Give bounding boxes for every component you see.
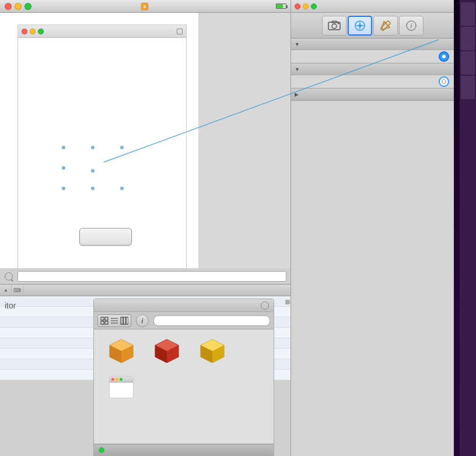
dot-7 [91, 187, 94, 190]
info-button[interactable]: i [136, 314, 149, 327]
ios-close[interactable] [22, 29, 27, 34]
xib-toolbar: i [94, 312, 274, 329]
action-connect-showtext[interactable] [439, 76, 449, 87]
lc-connection-button[interactable] [348, 16, 372, 36]
connect-empty-circle [442, 79, 446, 84]
xib-objects-grid [94, 329, 274, 411]
ib-canvas [0, 13, 198, 281]
svg-rect-9 [121, 317, 123, 324]
list-view-icon [110, 316, 119, 325]
svg-point-27 [337, 22, 339, 24]
xib-object-first-responder[interactable] [146, 336, 187, 368]
ios-titlebar [18, 25, 186, 38]
dot-8 [120, 187, 124, 190]
table-col-arrow: ▲ [0, 285, 12, 296]
lc-toolbar: i [291, 13, 454, 38]
column-icon-svg [120, 317, 128, 325]
sort-arrow-icon: ▲ [4, 287, 8, 293]
lc-maximize-button[interactable] [311, 3, 317, 9]
xib-panel: i [93, 299, 274, 456]
window-title: X [141, 2, 151, 10]
table-header: ▲ ⌨ [0, 285, 291, 296]
cube-red-icon [153, 337, 181, 365]
outlet-connect-maintext[interactable] [439, 51, 449, 62]
files-owner-icon [107, 336, 136, 366]
lc-camera-button[interactable] [322, 16, 346, 36]
dot-3 [120, 146, 124, 149]
table-col-icon: ⌨ [12, 285, 23, 296]
scrollbar-handle[interactable] [285, 300, 290, 304]
itor-label: itor [5, 301, 16, 310]
svg-point-25 [332, 24, 337, 29]
cube-orange-icon [107, 337, 135, 365]
xib-search-field[interactable] [153, 315, 270, 326]
received-actions-header: ▼ [291, 64, 454, 75]
camera-icon [328, 20, 341, 31]
ios-min[interactable] [30, 29, 36, 34]
referencing-outlets-section: ▶ [291, 89, 454, 101]
outlets-header: ▼ [291, 38, 454, 50]
ios-resize-handle[interactable] [177, 29, 183, 34]
xcode-titlebar: X [0, 0, 291, 13]
info-circle-icon: i [405, 20, 417, 31]
svg-rect-5 [105, 321, 108, 324]
column-view-icon [120, 316, 129, 325]
svg-rect-2 [101, 317, 104, 320]
search-input[interactable] [18, 271, 286, 282]
lc-close-button[interactable] [295, 3, 300, 9]
arrow-circle-icon [354, 19, 366, 32]
lc-titlebar [291, 0, 454, 13]
view-mode-button[interactable] [97, 314, 131, 327]
dot-2 [91, 146, 94, 149]
search-icon [5, 272, 13, 280]
search-bar [0, 268, 291, 285]
svg-rect-4 [101, 321, 104, 324]
ios-canvas [18, 38, 186, 280]
battery-indicator [276, 3, 286, 9]
lc-ruler-button[interactable] [373, 16, 398, 36]
sidebar-thumb-2 [461, 27, 475, 50]
cube-yellow-icon [198, 337, 226, 365]
table-col-code [23, 285, 291, 296]
dot-4 [62, 166, 65, 170]
maximize-button[interactable] [24, 3, 32, 10]
xcode-icon: X [141, 2, 149, 10]
minimize-button[interactable] [15, 3, 22, 10]
sidebar-thumb-4 [461, 76, 475, 99]
status-green-dot [99, 447, 104, 453]
lc-traffic-lights [295, 3, 317, 9]
dot-5 [91, 169, 94, 173]
lc-minimize-button[interactable] [303, 3, 309, 9]
traffic-lights [5, 3, 32, 10]
first-responder-icon [152, 336, 181, 366]
referencing-outlets-header: ▶ [291, 89, 454, 100]
dot-6 [62, 187, 65, 190]
xib-titlebar [94, 299, 274, 312]
svg-rect-3 [105, 317, 108, 320]
xib-object-files-owner[interactable] [101, 336, 142, 368]
list-icon-svg [110, 317, 118, 325]
code-icon: ⌨ [13, 287, 21, 293]
svg-point-29 [358, 24, 361, 27]
received-actions-section: ▼ [291, 64, 454, 89]
action-row-showtext[interactable] [291, 75, 454, 88]
xib-object-window[interactable] [101, 373, 142, 404]
outlet-row-maintext[interactable] [291, 50, 454, 63]
outlets-section: ▼ [291, 38, 454, 64]
svg-text:i: i [410, 23, 412, 29]
dot-1 [62, 146, 65, 149]
press-button[interactable] [79, 228, 132, 245]
lc-info-button[interactable]: i [399, 16, 424, 36]
svg-rect-11 [126, 317, 128, 324]
label-connections-panel: i ▼ ▼ ▶ [290, 0, 454, 456]
right-sidebar [460, 0, 476, 456]
xib-minimize-button[interactable] [261, 301, 269, 310]
window-obj-icon [107, 373, 136, 402]
sidebar-thumb-1 [461, 2, 475, 26]
received-actions-arrow-icon: ▼ [295, 66, 300, 72]
ios-max[interactable] [38, 29, 44, 34]
grid-view-icon [100, 316, 109, 325]
close-button[interactable] [5, 3, 12, 10]
svg-rect-10 [124, 317, 126, 324]
xib-object-hello-world[interactable] [192, 336, 233, 368]
